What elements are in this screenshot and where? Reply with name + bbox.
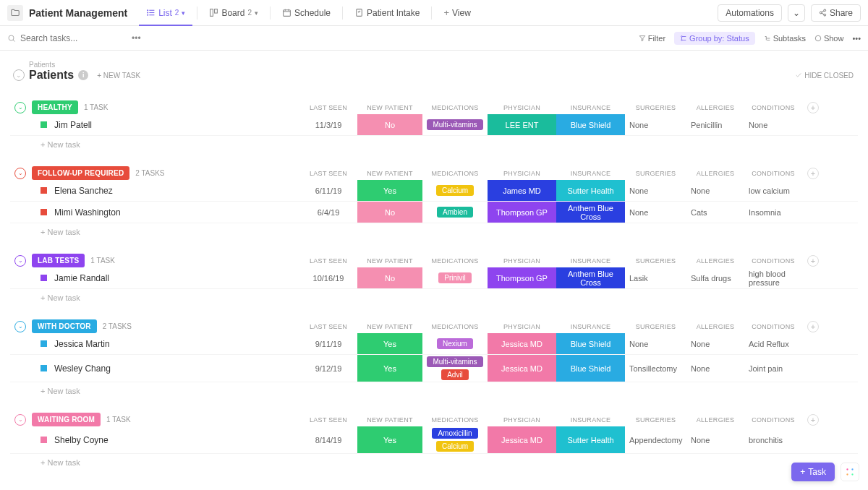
folder-icon[interactable] <box>7 5 23 21</box>
col-insurance[interactable]: INSURANCE <box>556 416 625 424</box>
search-box[interactable] <box>7 33 122 43</box>
filter-button[interactable]: Filter <box>639 34 665 43</box>
add-view-button[interactable]: + View <box>436 0 477 26</box>
col-allergies[interactable]: ALLERGIES <box>686 104 744 111</box>
group-by-button[interactable]: Group by: Status <box>674 32 755 45</box>
cell-last-seen[interactable]: 10/16/19 <box>299 267 357 288</box>
cell-conditions[interactable]: Insomnia <box>744 202 802 223</box>
apps-icon[interactable] <box>841 463 859 481</box>
task-name-cell[interactable]: Jessica Martin <box>10 333 299 354</box>
col-allergies[interactable]: ALLERGIES <box>686 257 744 265</box>
col-allergies[interactable]: ALLERGIES <box>686 416 744 424</box>
col-physician[interactable]: PHYSICIAN <box>488 416 556 424</box>
col-surgeries[interactable]: SURGERIES <box>625 323 686 330</box>
col-conditions[interactable]: CONDITIONS <box>744 416 802 424</box>
cell-surgeries[interactable]: None <box>625 202 686 223</box>
col-conditions[interactable]: CONDITIONS <box>744 257 802 265</box>
task-name-cell[interactable]: Wesley Chang <box>10 355 299 382</box>
show-button[interactable]: Show <box>814 34 844 43</box>
cell-allergies[interactable]: None <box>686 355 744 382</box>
col-new-patient[interactable]: NEW PATIENT <box>357 104 422 111</box>
task-name-cell[interactable]: Jamie Randall <box>10 267 299 288</box>
cell-new-patient[interactable]: Yes <box>357 426 422 453</box>
cell-physician[interactable]: James MD <box>488 180 556 201</box>
add-column-icon[interactable]: + <box>807 321 819 332</box>
cell-surgeries[interactable]: Lasik <box>625 267 686 288</box>
search-input[interactable] <box>20 33 122 43</box>
col-physician[interactable]: PHYSICIAN <box>488 104 556 111</box>
col-physician[interactable]: PHYSICIAN <box>488 257 556 265</box>
automations-dropdown[interactable]: ⌄ <box>788 4 805 22</box>
col-new-patient[interactable]: NEW PATIENT <box>357 416 422 424</box>
collapse-group-icon[interactable]: ⌄ <box>14 414 26 426</box>
col-conditions[interactable]: CONDITIONS <box>744 323 802 330</box>
status-square-icon[interactable] <box>41 365 47 371</box>
col-new-patient[interactable]: NEW PATIENT <box>357 257 422 265</box>
medication-pill[interactable]: Multi-vitamins <box>427 356 482 367</box>
cell-allergies[interactable]: None <box>686 180 744 201</box>
more-icon[interactable]: ••• <box>852 34 861 43</box>
col-surgeries[interactable]: SURGERIES <box>625 170 686 177</box>
collapse-group-icon[interactable]: ⌄ <box>14 255 26 267</box>
medication-pill[interactable]: Multi-vitamins <box>427 119 482 130</box>
col-last-seen[interactable]: LAST SEEN <box>299 257 357 265</box>
medication-pill[interactable]: Ambien <box>437 207 473 218</box>
more-options-icon[interactable]: ••• <box>127 33 145 43</box>
col-insurance[interactable]: INSURANCE <box>556 104 625 111</box>
cell-physician[interactable]: Thompson GP <box>488 267 556 288</box>
status-square-icon[interactable] <box>41 209 47 215</box>
task-name-cell[interactable]: Shelby Coyne <box>10 426 299 453</box>
col-surgeries[interactable]: SURGERIES <box>625 416 686 424</box>
status-pill[interactable]: FOLLOW-UP REQUIRED <box>32 166 129 180</box>
cell-medications[interactable]: Ambien <box>422 202 488 223</box>
cell-medications[interactable]: Calcium <box>422 180 488 201</box>
col-surgeries[interactable]: SURGERIES <box>625 257 686 265</box>
cell-physician[interactable]: Jessica MD <box>488 355 556 382</box>
status-square-icon[interactable] <box>41 187 47 194</box>
col-medications[interactable]: MEDICATIONS <box>422 323 488 330</box>
col-insurance[interactable]: INSURANCE <box>556 323 625 330</box>
cell-surgeries[interactable]: None <box>625 333 686 354</box>
status-pill[interactable]: WITH DOCTOR <box>32 319 97 333</box>
tab-list[interactable]: List 2 ▾ <box>139 0 192 26</box>
new-task-row[interactable]: + New task <box>10 223 858 241</box>
new-task-button[interactable]: + NEW TASK <box>97 72 140 79</box>
cell-conditions[interactable]: low calcium <box>744 180 802 201</box>
cell-conditions[interactable]: high blood pressure <box>744 267 802 288</box>
cell-conditions[interactable]: None <box>744 114 802 135</box>
cell-allergies[interactable]: None <box>686 426 744 453</box>
status-square-icon[interactable] <box>41 121 47 128</box>
cell-medications[interactable]: Multi-vitaminsAdvil <box>422 355 488 382</box>
status-pill[interactable]: WAITING ROOM <box>32 413 101 426</box>
cell-new-patient[interactable]: Yes <box>357 333 422 354</box>
cell-medications[interactable]: Multi-vitamins <box>422 114 488 135</box>
task-row[interactable]: Wesley Chang 9/12/19 Yes Multi-vitaminsA… <box>10 355 858 382</box>
col-insurance[interactable]: INSURANCE <box>556 170 625 177</box>
col-new-patient[interactable]: NEW PATIENT <box>357 323 422 330</box>
automations-button[interactable]: Automations <box>718 4 782 22</box>
add-column-icon[interactable]: + <box>807 102 819 113</box>
col-medications[interactable]: MEDICATIONS <box>422 170 488 177</box>
cell-medications[interactable]: Nexium <box>422 333 488 354</box>
col-surgeries[interactable]: SURGERIES <box>625 104 686 111</box>
breadcrumb[interactable]: Patients <box>29 61 55 69</box>
task-name-cell[interactable]: Mimi Washington <box>10 202 299 223</box>
new-task-row[interactable]: + New task <box>10 289 858 306</box>
col-last-seen[interactable]: LAST SEEN <box>299 416 357 424</box>
cell-allergies[interactable]: None <box>686 333 744 354</box>
col-last-seen[interactable]: LAST SEEN <box>299 323 357 330</box>
cell-insurance[interactable]: Sutter Health <box>556 426 625 453</box>
cell-surgeries[interactable]: Tonsillectomy <box>625 355 686 382</box>
collapse-group-icon[interactable]: ⌄ <box>14 168 26 179</box>
add-column-icon[interactable]: + <box>807 414 819 426</box>
add-column-icon[interactable]: + <box>807 168 819 179</box>
cell-insurance[interactable]: Blue Shield <box>556 114 625 135</box>
add-column-icon[interactable]: + <box>807 255 819 267</box>
col-last-seen[interactable]: LAST SEEN <box>299 104 357 111</box>
task-row[interactable]: Jessica Martin 9/11/19 Yes Nexium Jessic… <box>10 333 858 355</box>
cell-physician[interactable]: Jessica MD <box>488 426 556 453</box>
cell-allergies[interactable]: Penicillin <box>686 114 744 135</box>
task-row[interactable]: Jamie Randall 10/16/19 No Prinivil Thomp… <box>10 267 858 289</box>
medication-pill[interactable]: Advil <box>441 369 469 380</box>
cell-last-seen[interactable]: 9/11/19 <box>299 333 357 354</box>
